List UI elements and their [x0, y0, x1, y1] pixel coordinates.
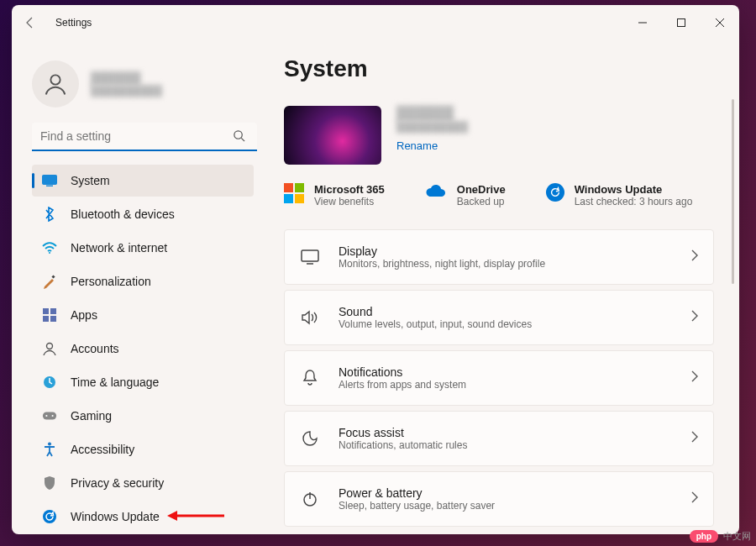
sidebar-item-privacy-security[interactable]: Privacy & security: [32, 467, 254, 499]
sidebar-item-label: Time & language: [71, 375, 159, 389]
promo-title: Windows Update: [575, 183, 693, 196]
profile-email: ██████████: [91, 85, 162, 97]
nav-list: SystemBluetooth & devicesNetwork & inter…: [32, 165, 254, 533]
svg-point-18: [48, 443, 51, 446]
svg-point-3: [234, 131, 242, 139]
card-sub: Monitors, brightness, night light, displ…: [339, 258, 673, 270]
svg-line-4: [241, 138, 244, 141]
svg-rect-1: [678, 19, 685, 27]
back-button[interactable]: [20, 13, 40, 33]
card-sub: Alerts from apps and system: [339, 379, 673, 391]
sidebar-item-accounts[interactable]: Accounts: [32, 333, 254, 365]
scrollbar[interactable]: [732, 99, 734, 284]
svg-rect-6: [46, 186, 53, 187]
display-icon: [300, 249, 320, 265]
sidebar-item-label: Personalization: [71, 275, 151, 288]
privacy-icon: [42, 475, 57, 491]
sidebar-item-label: Bluetooth & devices: [71, 207, 175, 221]
sidebar-item-system[interactable]: System: [32, 165, 254, 197]
card-display[interactable]: DisplayMonitors, brightness, night light…: [284, 229, 714, 285]
svg-rect-11: [43, 316, 49, 322]
sidebar-item-gaming[interactable]: Gaming: [32, 400, 254, 432]
microsoft-logo-icon: [284, 183, 304, 203]
chevron-right-icon: [691, 370, 698, 386]
chevron-right-icon: [691, 431, 698, 446]
promo-sub: View benefits: [314, 196, 385, 207]
svg-rect-5: [43, 176, 57, 185]
svg-point-17: [52, 415, 54, 417]
svg-rect-20: [302, 250, 318, 261]
device-row: ██████ ██████████ Rename: [284, 106, 714, 165]
card-sub: Volume levels, output, input, sound devi…: [339, 318, 673, 330]
sidebar-item-network-internet[interactable]: Network & internet: [32, 232, 254, 264]
promo-title: Microsoft 365: [314, 183, 385, 196]
sidebar-item-label: System: [71, 174, 110, 187]
personalization-icon: [42, 274, 57, 289]
sidebar-item-windows-update[interactable]: Windows Update: [32, 501, 254, 533]
system-icon: [42, 173, 57, 188]
chevron-right-icon: [691, 249, 698, 265]
search-input[interactable]: [32, 123, 257, 151]
card-focus-assist[interactable]: Focus assistNotifications, automatic rul…: [284, 411, 714, 466]
sidebar-item-label: Network & internet: [71, 241, 167, 255]
card-title: Power & battery: [339, 486, 673, 500]
device-model: ██████████: [396, 121, 468, 133]
profile-block[interactable]: ██████ ██████████: [32, 60, 254, 108]
search-icon: [233, 129, 245, 145]
minimize-button[interactable]: [623, 9, 662, 36]
promo-row: Microsoft 365View benefits OneDriveBacke…: [284, 183, 714, 207]
sidebar-item-personalization[interactable]: Personalization: [32, 265, 254, 297]
gaming-icon: [42, 408, 57, 423]
promo-windows-update[interactable]: Windows UpdateLast checked: 3 hours ago: [546, 183, 693, 207]
chevron-right-icon: [691, 310, 698, 325]
settings-cards: DisplayMonitors, brightness, night light…: [284, 229, 714, 527]
cloud-icon: [425, 183, 447, 202]
sidebar-item-label: Accounts: [71, 342, 119, 355]
settings-window: Settings ██████ ██████████: [12, 5, 739, 534]
promo-title: OneDrive: [457, 183, 506, 196]
sidebar-item-label: Apps: [71, 308, 97, 322]
network-icon: [42, 240, 57, 255]
close-button[interactable]: [701, 9, 739, 36]
avatar: [32, 60, 79, 108]
svg-rect-8: [51, 275, 55, 278]
notifications-icon: [300, 370, 320, 386]
sidebar-item-bluetooth-devices[interactable]: Bluetooth & devices: [32, 198, 254, 230]
chevron-right-icon: [691, 491, 698, 507]
sidebar-item-apps[interactable]: Apps: [32, 299, 254, 331]
sync-icon: [546, 183, 564, 202]
power-icon: [300, 491, 320, 507]
card-power-battery[interactable]: Power & batterySleep, battery usage, bat…: [284, 471, 714, 527]
svg-rect-12: [50, 316, 56, 322]
titlebar: Settings: [12, 5, 739, 40]
rename-link[interactable]: Rename: [396, 139, 438, 152]
accessibility-icon: [42, 442, 57, 457]
card-title: Sound: [339, 305, 673, 318]
card-title: Display: [339, 244, 673, 258]
svg-rect-9: [43, 308, 49, 314]
promo-sub: Last checked: 3 hours ago: [575, 196, 693, 207]
bluetooth-icon: [42, 207, 57, 222]
sound-icon: [300, 310, 320, 325]
sidebar-item-time-language[interactable]: Time & language: [32, 366, 254, 398]
sidebar-item-label: Accessibility: [71, 443, 134, 456]
card-title: Notifications: [339, 365, 673, 379]
window-controls: [623, 9, 739, 36]
svg-rect-10: [50, 308, 56, 314]
promo-microsoft365[interactable]: Microsoft 365View benefits: [284, 183, 385, 207]
promo-onedrive[interactable]: OneDriveBacked up: [425, 183, 506, 207]
device-thumbnail: [284, 106, 381, 165]
svg-point-16: [45, 415, 47, 417]
device-name: ██████: [396, 106, 468, 121]
sidebar-item-label: Windows Update: [71, 510, 160, 523]
sidebar-item-label: Privacy & security: [71, 476, 164, 490]
sidebar-item-accessibility[interactable]: Accessibility: [32, 433, 254, 465]
accounts-icon: [42, 341, 57, 356]
svg-point-19: [43, 510, 56, 523]
maximize-button[interactable]: [662, 9, 701, 36]
svg-point-7: [49, 252, 50, 254]
card-sound[interactable]: SoundVolume levels, output, input, sound…: [284, 290, 714, 345]
card-title: Focus assist: [339, 426, 673, 439]
update-icon: [42, 509, 57, 524]
card-notifications[interactable]: NotificationsAlerts from apps and system: [284, 350, 714, 406]
